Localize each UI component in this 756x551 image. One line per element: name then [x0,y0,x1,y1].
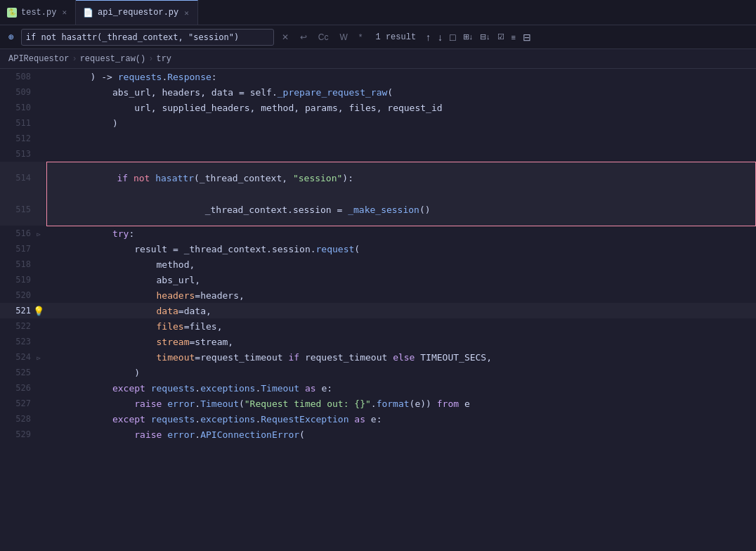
table-row: 514 if not hasattr(_thread_context, "ses… [0,162,756,194]
code-line-520: headers=headers, [46,287,756,303]
breadcrumb-sep2: › [148,54,153,64]
code-line-512 [46,131,756,146]
line-num-527: 527 [0,396,31,411]
gutter-523 [31,334,46,349]
search-opt3-button[interactable]: ☑ [495,30,507,44]
line-num-521: 521 [0,303,31,318]
tab-api-close[interactable]: ✕ [183,8,190,18]
table-row: 520 headers=headers, [0,287,756,303]
editor: 🐍 test.py ✕ 📄 api_requestor.py ✕ ⊕ if no… [0,0,756,551]
code-table: 508 ) -> requests.Response: 509 abs_url,… [0,69,756,442]
line-num-508: 508 [0,69,31,84]
breadcrumb-part3[interactable]: try [156,54,171,64]
line-num-514: 514 [0,162,31,194]
line-num-520: 520 [0,287,31,303]
search-input-box[interactable]: if not hasattr(_thread_context, "session… [21,29,274,46]
search-replace-button[interactable]: ↩ [296,31,311,44]
line-num-518: 518 [0,257,31,272]
line-num-509: 509 [0,84,31,100]
gutter-519 [31,272,46,287]
code-line-527: raise error.Timeout("Request timed out: … [46,396,756,411]
table-row: 524 ⊳ timeout=request_timeout if request… [0,349,756,365]
code-line-524: timeout=request_timeout if request_timeo… [46,349,756,365]
tab-test-close[interactable]: ✕ [60,7,68,18]
search-opt4-button[interactable]: ≡ [509,30,519,44]
table-row: 509 abs_url, headers, data = self._prepa… [0,84,756,100]
search-filter-button[interactable]: ⊟ [520,30,534,44]
gutter-520 [31,287,46,303]
tab-bar: 🐍 test.py ✕ 📄 api_requestor.py ✕ [0,0,756,25]
fold-icon-516[interactable]: ⊳ [37,231,41,238]
search-clear-button[interactable]: ✕ [278,31,292,44]
breadcrumb-part1[interactable]: APIRequestor [8,54,69,64]
table-row: 511 ) [0,115,756,131]
code-line-516: try: [46,226,756,241]
table-row: 513 [0,146,756,162]
gutter-528 [31,411,46,427]
gutter-522 [31,318,46,334]
breadcrumb: APIRequestor › request_raw() › try [0,49,756,69]
code-line-510: url, supplied_headers, method, params, f… [46,100,756,115]
search-word-button[interactable]: W [337,31,351,44]
gutter-509 [31,84,46,100]
search-nav-buttons: ↑ ↓ □ ⊞↓ ⊟↓ ☑ ≡ ⊟ [423,30,534,44]
line-num-510: 510 [0,100,31,115]
code-line-523: stream=stream, [46,334,756,349]
api-file-icon: 📄 [83,8,93,18]
main-code-area: 508 ) -> requests.Response: 509 abs_url,… [0,69,756,551]
tab-api[interactable]: 📄 api_requestor.py ✕ [76,0,198,25]
search-opt1-button[interactable]: ⊞↓ [460,30,476,44]
code-line-529: raise error.APIConnectionError( [46,427,756,442]
line-num-519: 519 [0,272,31,287]
table-row: 526 except requests.exceptions.Timeout a… [0,380,756,396]
search-expand-button[interactable]: □ [447,30,458,44]
search-prev-button[interactable]: ↑ [423,30,434,44]
code-line-525: ) [46,365,756,380]
test-file-icon: 🐍 [7,8,17,18]
breadcrumb-part2[interactable]: request_raw() [80,54,146,64]
gutter-527 [31,396,46,411]
line-num-528: 528 [0,411,31,427]
code-line-514: if not hasattr(_thread_context, "session… [46,162,756,194]
search-regex-button[interactable]: * [356,31,366,44]
code-line-518: method, [46,257,756,272]
code-line-522: files=files, [46,318,756,334]
code-line-509: abs_url, headers, data = self._prepare_r… [46,84,756,100]
search-toggle-icon[interactable]: ⊕ [6,30,17,44]
code-line-515: _thread_context.session = _make_session(… [46,194,756,226]
gutter-518 [31,257,46,272]
gutter-511 [31,115,46,131]
search-bar: ⊕ if not hasattr(_thread_context, "sessi… [0,25,756,49]
search-opt2-button[interactable]: ⊟↓ [477,30,493,44]
gutter-514 [31,162,46,194]
gutter-513 [31,146,46,162]
line-num-522: 522 [0,318,31,334]
gutter-508 [31,69,46,84]
tab-test[interactable]: 🐍 test.py ✕ [0,0,76,25]
line-num-526: 526 [0,380,31,396]
search-query-text: if not hasattr(_thread_context, "session… [26,32,239,42]
line-num-525: 525 [0,365,31,380]
line-num-523: 523 [0,334,31,349]
gutter-516: ⊳ [31,226,46,241]
breadcrumb-sep1: › [72,54,77,64]
table-row: 519 abs_url, [0,272,756,287]
lightbulb-icon[interactable]: 💡 [33,306,44,316]
search-result-count: 1 result [376,32,417,42]
tab-api-label: api_requestor.py [98,8,178,18]
line-num-516: 516 [0,226,31,241]
line-num-529: 529 [0,427,31,442]
search-case-button[interactable]: Cc [315,31,332,44]
table-row: 512 [0,131,756,146]
table-row: 525 ) [0,365,756,380]
table-row: 522 files=files, [0,318,756,334]
fold-icon-524[interactable]: ⊳ [37,354,41,362]
code-line-526: except requests.exceptions.Timeout as e: [46,380,756,396]
code-line-513 [46,146,756,162]
table-row: 527 raise error.Timeout("Request timed o… [0,396,756,411]
gutter-521[interactable]: 💡 [31,303,46,318]
search-next-button[interactable]: ↓ [435,30,445,44]
gutter-529 [31,427,46,442]
table-row: 523 stream=stream, [0,334,756,349]
table-row: 521 💡 data=data, [0,303,756,318]
